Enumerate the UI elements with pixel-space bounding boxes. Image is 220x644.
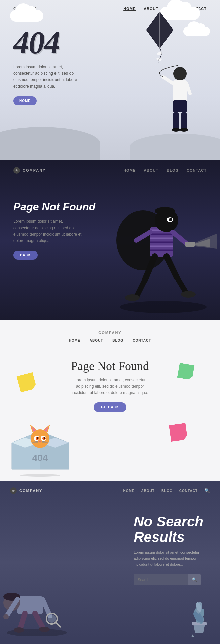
hill1 [0,127,100,160]
s2-nav-links: HOME ABOUT BLOG CONTACT [123,168,207,172]
svg-point-13 [180,128,188,132]
s3-logo: COMPANY [13,331,207,335]
s1-description: Lorem ipsum dolor sit amet, consectetur … [13,64,80,90]
s4-nav-blog[interactable]: BLOG [161,489,173,493]
section1-kite: COMPANY HOME ABOUT BLOG CONTACT 404 Lore… [0,0,220,160]
section2-burglar: ★ COMPANY HOME ABOUT BLOG CONTACT Page N… [0,160,220,320]
svg-line-64 [56,622,60,627]
s4-nav-links: HOME ABOUT BLOG CONTACT 🔍 [123,488,210,493]
s4-search-icon[interactable]: 🔍 [204,488,210,493]
svg-point-3 [157,51,163,56]
svg-point-39 [31,429,49,448]
s2-nav-home[interactable]: HOME [123,168,136,172]
s3-description: Lorem ipsum dolor sit amet, consectetur … [70,377,150,396]
svg-rect-10 [173,112,179,129]
svg-rect-6 [173,80,187,102]
svg-text:404: 404 [32,453,48,463]
svg-line-28 [173,232,187,244]
s2-title: Page Not Found [13,200,95,213]
svg-point-36 [125,294,140,301]
section4-nav: ★ COMPANY HOME ABOUT BLOG CONTACT 🔍 [0,481,220,501]
s3-nav-about[interactable]: ABOUT [90,339,103,342]
s2-description: Lorem ipsum dolor sit amet, consectetur … [13,218,84,244]
svg-rect-29 [185,242,195,247]
svg-point-61 [3,614,9,619]
s3-nav-blog[interactable]: BLOG [112,339,123,342]
svg-point-14 [120,301,207,313]
section3-header: COMPANY HOME ABOUT BLOG CONTACT [0,320,220,346]
sticky-note-pink [169,423,188,442]
svg-point-67 [14,627,24,633]
svg-point-25 [169,218,172,221]
svg-point-63 [48,615,56,623]
svg-line-66 [35,613,43,629]
searcher-illustration [0,559,84,637]
sticky-note-yellow [16,372,37,392]
s1-nav-home[interactable]: HOME [123,7,136,11]
s2-back-button[interactable]: BACK [13,251,38,260]
kite-illustration [140,10,180,65]
cat-box-illustration: 404 [5,409,75,477]
s2-logo-container: ★ COMPANY [13,167,46,174]
s4-search-bar: 🔍 [134,574,201,585]
plant-decoration [187,598,212,636]
s4-nav-about[interactable]: ABOUT [141,489,155,493]
cloud1 [10,10,43,22]
svg-point-37 [181,291,196,298]
arrow-down-icon: ▲ [190,633,195,638]
svg-point-48 [37,437,38,439]
s3-goback-button[interactable]: GO BACK [94,402,126,412]
svg-line-34 [167,256,177,277]
s4-search-input[interactable] [134,574,188,585]
section3-cat: COMPANY HOME ABOUT BLOG CONTACT Page Not… [0,320,220,481]
svg-line-7 [163,77,173,84]
burglar-illustration [96,174,217,315]
s4-star-icon: ★ [10,487,17,494]
s4-nav-contact[interactable]: CONTACT [179,489,198,493]
s2-logo: COMPANY [23,168,46,172]
s3-nav-home[interactable]: HOME [69,339,80,342]
svg-line-33 [136,280,145,297]
person1-illustration [158,64,202,142]
s2-nav-contact[interactable]: CONTACT [187,168,207,172]
s1-content: 404 Lorem ipsum dolor sit amet, consecte… [13,27,80,105]
s2-nav-blog[interactable]: BLOG [167,168,179,172]
svg-line-8 [187,84,190,94]
svg-point-26 [155,207,175,215]
svg-line-35 [177,277,187,294]
svg-point-68 [39,627,50,632]
star-icon: ★ [13,167,20,174]
svg-point-4 [156,57,162,61]
svg-point-5 [173,67,187,80]
s4-description: Lorem ipsum dolor sit amet, consectetur … [134,550,201,567]
svg-point-12 [172,128,180,132]
s1-home-button[interactable]: HOME [13,96,37,105]
s4-title: No Search Results [134,514,203,545]
s3-nav-contact[interactable]: CONTACT [133,339,151,342]
svg-line-65 [20,613,25,629]
s2-nav-about[interactable]: ABOUT [144,168,158,172]
s1-error-code: 404 [13,27,80,59]
svg-rect-9 [173,100,187,112]
s2-content: Page Not Found Lorem ipsum dolor sit ame… [13,200,95,260]
s4-logo-container: ★ COMPANY [10,487,42,494]
svg-rect-56 [17,596,43,614]
cloud3 [183,27,210,36]
sticky-note-green [177,363,194,380]
svg-rect-11 [181,112,187,129]
s3-nav: HOME ABOUT BLOG CONTACT [13,339,207,342]
box-shadow [20,474,60,477]
s4-logo: COMPANY [19,489,42,493]
section4-search: ★ COMPANY HOME ABOUT BLOG CONTACT 🔍 No S… [0,481,220,644]
s4-content: No Search Results Lorem ipsum dolor sit … [134,514,203,585]
s4-nav-home[interactable]: HOME [123,489,134,493]
s4-search-button[interactable]: 🔍 [188,574,201,585]
svg-point-49 [44,437,45,439]
